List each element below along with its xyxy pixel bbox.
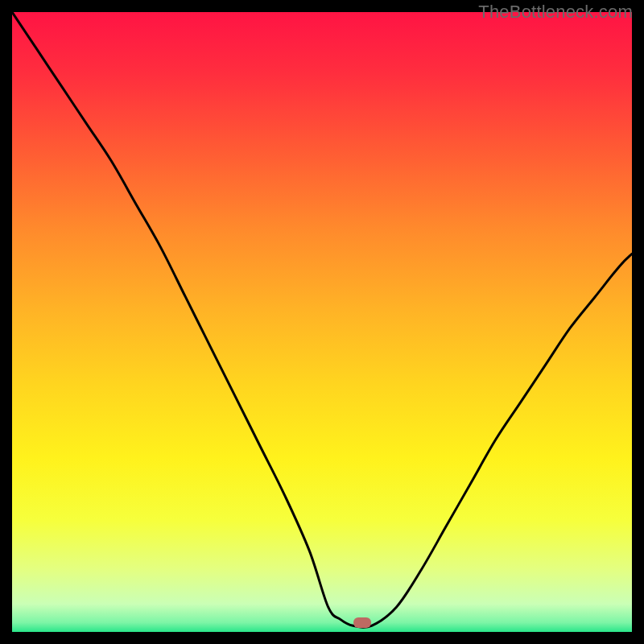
chart-stage: TheBottleneck.com: [0, 0, 644, 644]
gradient-background: [12, 12, 632, 632]
optimal-marker: [353, 617, 371, 628]
bottleneck-chart-svg: [12, 12, 632, 632]
watermark-label: TheBottleneck.com: [478, 2, 633, 23]
plot-area: [12, 12, 632, 632]
